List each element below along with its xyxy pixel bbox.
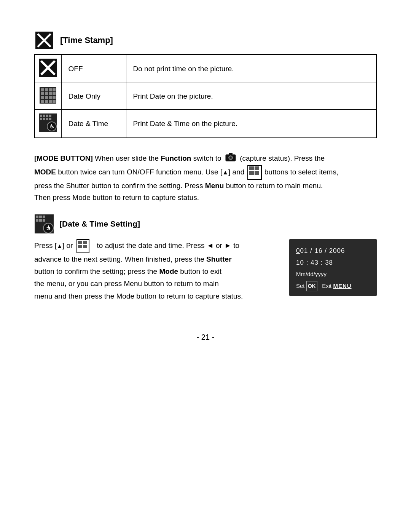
svg-point-36	[53, 126, 54, 127]
datetime-description: Print Date & Time on the picture.	[126, 110, 376, 138]
svg-rect-12	[45, 92, 48, 95]
menu-key: MENU	[333, 283, 351, 289]
time-stamp-table: OFF Do not print time on the picture.	[34, 54, 377, 138]
mode-button-paragraph: [MODE BUTTON] When user slide the Functi…	[34, 152, 377, 203]
date-time-preview-box: 001 / 16 / 2006 10 : 43 : 38 Mm/dd/yyyy …	[289, 239, 377, 296]
svg-rect-28	[40, 118, 42, 120]
svg-rect-50	[36, 219, 38, 222]
table-row: Date & Time Print Date & Time on the pic…	[35, 110, 376, 138]
time-stamp-header-icon	[34, 30, 54, 50]
table-row: Date Only Print Date on the picture.	[35, 83, 376, 110]
date-time-setting-title: [Date & Time Setting]	[59, 219, 140, 228]
svg-rect-21	[49, 100, 52, 103]
svg-rect-58	[78, 241, 82, 244]
svg-rect-51	[39, 219, 42, 222]
svg-rect-31	[49, 118, 51, 120]
table-row: OFF Do not print time on the picture.	[35, 54, 376, 83]
off-icon	[39, 59, 57, 77]
date-only-icon	[40, 87, 56, 104]
svg-rect-41	[234, 155, 236, 157]
svg-rect-18	[53, 96, 56, 99]
date-only-description: Print Date on the picture.	[126, 83, 376, 110]
svg-rect-22	[53, 100, 56, 103]
shutter-bold: Shutter	[206, 255, 232, 263]
preview-format: Mm/dd/yyyy	[296, 269, 370, 279]
svg-rect-17	[49, 96, 52, 99]
svg-rect-44	[249, 171, 254, 175]
svg-rect-60	[78, 245, 82, 248]
ok-key: OK	[306, 281, 317, 291]
svg-rect-29	[43, 118, 45, 120]
svg-rect-30	[46, 118, 48, 120]
camera-icon	[225, 152, 236, 165]
svg-point-35	[50, 126, 51, 127]
date-only-icon-cell	[35, 83, 61, 110]
svg-rect-19	[41, 100, 44, 103]
svg-rect-61	[83, 245, 87, 248]
function-bold: Function	[161, 154, 191, 162]
off-icon-cell	[35, 54, 61, 83]
svg-rect-9	[49, 88, 52, 91]
svg-rect-59	[83, 241, 87, 244]
preview-date-value: 01 / 16 / 2006	[300, 247, 345, 254]
date-time-setting-icon	[34, 214, 54, 234]
off-description: Do not print time on the picture.	[126, 54, 376, 83]
date-time-content: Press [▲] or to adjust the date and time…	[34, 239, 377, 302]
svg-point-54	[47, 227, 48, 228]
svg-rect-26	[46, 115, 48, 117]
svg-point-55	[49, 227, 50, 228]
time-stamp-header: [Time Stamp]	[34, 30, 377, 50]
grid-small-icon	[76, 239, 89, 253]
datetime-icon	[39, 113, 57, 132]
svg-rect-43	[255, 166, 259, 170]
svg-rect-10	[53, 88, 56, 91]
mode-bold2: Mode	[159, 267, 178, 275]
svg-rect-13	[49, 92, 52, 95]
up-arrow-inline-icon: ▲	[222, 169, 228, 176]
mode-bold: MODE	[34, 168, 56, 176]
svg-rect-25	[43, 115, 45, 117]
svg-rect-14	[53, 92, 56, 95]
set-label: Set	[296, 283, 305, 289]
date-only-label: Date Only	[61, 83, 126, 110]
svg-rect-20	[45, 100, 48, 103]
date-time-text: Press [▲] or to adjust the date and time…	[34, 239, 278, 302]
page-number: - 21 -	[34, 333, 377, 342]
svg-rect-48	[39, 216, 42, 218]
up-arrow-small-icon: ▲	[57, 243, 62, 249]
grid-arrow-icon	[247, 165, 262, 179]
svg-rect-27	[49, 115, 51, 117]
preview-time: 10 : 43 : 38	[296, 257, 370, 269]
svg-rect-15	[41, 96, 44, 99]
svg-rect-52	[43, 219, 45, 222]
menu-bold: Menu	[205, 182, 224, 190]
off-label: OFF	[61, 54, 126, 83]
svg-rect-24	[40, 115, 42, 117]
svg-rect-42	[249, 166, 254, 170]
svg-rect-11	[41, 92, 44, 95]
svg-rect-47	[36, 216, 38, 218]
exit-label: Exit	[322, 283, 331, 289]
preview-controls: Set OK Exit MENU	[296, 281, 370, 291]
datetime-label: Date & Time	[61, 110, 126, 138]
svg-rect-16	[45, 96, 48, 99]
preview-date-underline: 0	[296, 247, 300, 254]
datetime-icon-cell	[35, 110, 61, 138]
svg-rect-40	[229, 153, 233, 155]
svg-rect-8	[45, 88, 48, 91]
svg-rect-7	[41, 88, 44, 91]
svg-rect-45	[255, 171, 259, 175]
time-stamp-title: [Time Stamp]	[60, 35, 113, 45]
svg-rect-49	[43, 216, 45, 218]
svg-point-39	[229, 157, 231, 159]
mode-button-bold: [MODE BUTTON]	[34, 154, 93, 162]
preview-date: 001 / 16 / 2006	[296, 245, 370, 257]
date-time-setting-header: [Date & Time Setting]	[34, 214, 377, 234]
